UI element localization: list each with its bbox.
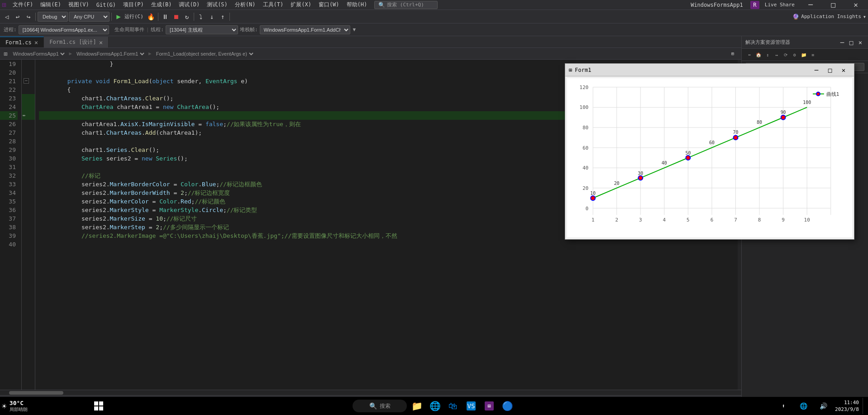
- tab-design-close[interactable]: ×: [99, 39, 103, 46]
- panel-btn2[interactable]: 🏠: [754, 51, 763, 59]
- svg-text:30: 30: [638, 171, 643, 176]
- tab-form1-design[interactable]: Form1.cs [设计] ×: [44, 37, 109, 47]
- taskbar-clock[interactable]: 11:40 2023/9/8: [835, 399, 859, 413]
- fold-21[interactable]: ─: [24, 78, 29, 84]
- app-insights-dropdown[interactable]: ▾: [863, 14, 866, 20]
- weather-widget[interactable]: ☀ 30°C 局部晴朗: [2, 400, 28, 413]
- toolbar-step-out[interactable]: ↑: [218, 12, 228, 22]
- stack-dropdown[interactable]: WindowsFormsApp1.Form1.AddChart...: [260, 25, 350, 34]
- panel-btn8[interactable]: ≡: [809, 51, 817, 59]
- header-sep2: ▶: [148, 51, 152, 57]
- menu-bar: ⊞ 文件(F) 编辑(E) 视图(V) Git(G) 项目(P) 生成(B) 调…: [0, 0, 868, 10]
- app-insights-label: Application Insights: [801, 14, 861, 19]
- panel-btn1[interactable]: ⬅: [745, 51, 754, 59]
- toolbar-step-into[interactable]: ↓: [207, 12, 217, 22]
- svg-rect-49: [94, 401, 98, 406]
- taskbar-store-btn[interactable]: 🛍: [445, 398, 461, 414]
- toolbar-restart-btn[interactable]: ↻: [182, 12, 192, 22]
- toolbar-back-btn[interactable]: ◁: [2, 12, 12, 22]
- taskbar-network-icon[interactable]: 🌐: [795, 398, 811, 414]
- project-selector[interactable]: WindowsFormsApp1: [11, 51, 66, 57]
- panel-btn6[interactable]: ⚙: [791, 51, 799, 59]
- toolbar-redo-btn[interactable]: ↪: [24, 12, 33, 22]
- thread-dropdown[interactable]: [13044] 主线程: [166, 25, 238, 34]
- line-num-35: 35: [0, 197, 18, 206]
- menu-help[interactable]: 帮助(H): [343, 0, 371, 9]
- toolbar-pause-btn[interactable]: ⏸: [160, 12, 170, 22]
- editor-expand-btn[interactable]: ⊞: [728, 49, 738, 59]
- menu-window[interactable]: 窗口(W): [315, 0, 343, 9]
- tab-design-label: Form1.cs [设计]: [49, 38, 96, 46]
- toolbar: ◁ ↩ ↪ Debug Any CPU ▶ 运行(C) 🔥 ⏸ ⏹ ↻ ⤵ ↓ …: [0, 10, 868, 24]
- menu-git[interactable]: Git(G): [93, 1, 119, 9]
- form1-title-bar[interactable]: ⊞ Form1 ─ □ ✕: [565, 64, 854, 76]
- panel-maximize-btn[interactable]: □: [847, 38, 855, 47]
- menu-view[interactable]: 视图(V): [65, 0, 93, 9]
- menu-build[interactable]: 生成(B): [148, 0, 176, 9]
- debug-mode-dropdown[interactable]: Debug: [38, 12, 68, 22]
- tab-form1-close[interactable]: ×: [34, 39, 38, 46]
- start-button[interactable]: [91, 398, 107, 414]
- lifecycle-separator: |: [146, 27, 149, 33]
- menu-analyze[interactable]: 分析(N): [231, 0, 259, 9]
- panel-close-btn[interactable]: ×: [856, 38, 864, 47]
- svg-text:6: 6: [711, 217, 714, 223]
- toolbar-step-over[interactable]: ⤵: [196, 12, 206, 22]
- horizontal-scrollbar[interactable]: [0, 390, 741, 395]
- line-num-19: 19: [0, 60, 18, 68]
- taskbar-explorer-btn[interactable]: 📁: [409, 398, 425, 414]
- marker-1: [591, 196, 595, 200]
- menu-edit[interactable]: 编辑(E): [37, 0, 65, 9]
- show-desktop-btn[interactable]: [863, 398, 864, 414]
- taskbar-center-icons: 🔍 搜索 📁 🌐 🛍 VS ⊞ 🔵: [353, 398, 515, 414]
- svg-text:90: 90: [781, 110, 786, 115]
- taskbar: ☀ 30°C 局部晴朗 🔍 搜索 📁: [0, 397, 868, 415]
- svg-point-47: [816, 92, 820, 96]
- form1-window: ⊞ Form1 ─ □ ✕: [565, 63, 854, 240]
- line-num-32: 32: [0, 171, 18, 180]
- r-icon: R: [750, 1, 759, 9]
- stack-dropdown-arrow[interactable]: ▼: [353, 27, 356, 33]
- menu-project[interactable]: 项目(P): [119, 0, 148, 9]
- maximize-button[interactable]: □: [823, 0, 844, 10]
- toolbar-undo-btn[interactable]: ↩: [13, 12, 23, 22]
- taskbar-sound-icon[interactable]: 🔊: [815, 398, 831, 414]
- line-num-27: 27: [0, 128, 18, 137]
- class-selector[interactable]: WindowsFormsApp1.Form1: [75, 51, 146, 57]
- code-line-40: [39, 240, 734, 249]
- menu-tools[interactable]: 工具(T): [259, 0, 287, 9]
- form1-close[interactable]: ✕: [837, 64, 850, 76]
- svg-text:10: 10: [804, 217, 810, 223]
- menu-extensions[interactable]: 扩展(X): [287, 0, 315, 9]
- form1-maximize[interactable]: □: [823, 64, 837, 76]
- taskbar-edge-btn[interactable]: 🌐: [427, 398, 443, 414]
- solution-explorer-title: 解决方案资源管理器: [745, 39, 790, 46]
- taskbar-vscode-btn[interactable]: VS: [463, 398, 479, 414]
- run-button[interactable]: ▶: [114, 12, 124, 22]
- line-num-29: 29: [0, 146, 18, 154]
- taskbar-vs2022-btn[interactable]: ⊞: [481, 398, 497, 414]
- toolbar-sep3: [158, 13, 158, 21]
- menu-debug[interactable]: 调试(D): [175, 0, 203, 9]
- taskbar-up-arrow[interactable]: ⬆: [775, 398, 792, 414]
- minimize-button[interactable]: ─: [800, 0, 821, 10]
- panel-btn7[interactable]: 📁: [800, 51, 808, 59]
- h-scrollbar-thumb[interactable]: [9, 391, 63, 395]
- taskbar-search-btn[interactable]: 🔍 搜索: [353, 400, 407, 412]
- cpu-dropdown[interactable]: Any CPU: [69, 12, 110, 22]
- tab-form1-cs[interactable]: Form1.cs ×: [0, 37, 44, 47]
- panel-minimize-btn[interactable]: ─: [838, 38, 846, 47]
- close-button[interactable]: ✕: [845, 0, 866, 10]
- method-selector[interactable]: Form1_Load(object sender, EventArgs e): [154, 51, 255, 57]
- process-dropdown[interactable]: [10664] WindowsFormsApp1.ex...: [19, 25, 109, 34]
- toolbar-stop-btn[interactable]: ⏹: [171, 12, 181, 22]
- menu-file[interactable]: 文件(F): [9, 0, 37, 9]
- panel-btn5[interactable]: ⟳: [782, 51, 790, 59]
- form1-minimize[interactable]: ─: [810, 64, 823, 76]
- toolbar-fire-btn[interactable]: 🔥: [146, 12, 156, 22]
- panel-btn4[interactable]: ↔: [773, 51, 781, 59]
- menu-test[interactable]: 测试(S): [203, 0, 231, 9]
- panel-btn3[interactable]: ↕: [763, 51, 772, 59]
- live-share-btn[interactable]: Live Share: [765, 2, 795, 8]
- taskbar-dotnet-btn[interactable]: 🔵: [499, 398, 515, 414]
